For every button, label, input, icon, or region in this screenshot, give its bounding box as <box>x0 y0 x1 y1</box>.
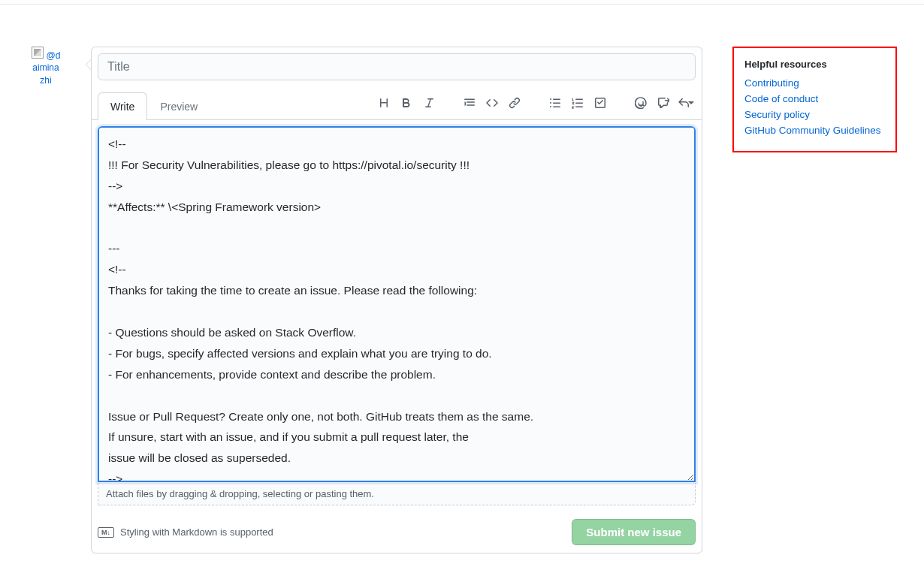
ordered-list-icon[interactable] <box>568 93 587 113</box>
bold-icon[interactable] <box>397 93 416 113</box>
markdown-hint[interactable]: M↓ Styling with Markdown is supported <box>98 526 273 538</box>
mention-icon[interactable] <box>631 93 651 113</box>
top-divider <box>0 4 924 5</box>
saved-reply-icon[interactable] <box>676 93 696 113</box>
link-security-policy[interactable]: Security policy <box>744 109 885 120</box>
submit-new-issue-button[interactable]: Submit new issue <box>572 519 696 545</box>
quote-icon[interactable] <box>460 93 479 113</box>
issue-form: Write Preview <box>91 47 702 553</box>
italic-icon[interactable] <box>419 93 439 113</box>
link-community-guidelines[interactable]: GitHub Community Guidelines <box>744 125 885 136</box>
markdown-icon: M↓ <box>98 527 114 538</box>
attach-hint[interactable]: Attach files by dragging & dropping, sel… <box>98 483 696 505</box>
code-icon[interactable] <box>482 93 502 113</box>
body-textarea[interactable] <box>98 126 696 482</box>
tab-preview[interactable]: Preview <box>147 92 210 120</box>
sidebar-title: Helpful resources <box>744 59 885 70</box>
markdown-hint-text: Styling with Markdown is supported <box>120 526 273 538</box>
editor-header: Write Preview <box>92 86 702 120</box>
avatar[interactable]: @daiminazhi <box>31 47 61 86</box>
link-icon[interactable] <box>505 93 524 113</box>
broken-image-icon <box>32 47 44 59</box>
tasklist-icon[interactable] <box>590 93 610 113</box>
unordered-list-icon[interactable] <box>545 93 565 113</box>
tab-write[interactable]: Write <box>98 92 147 120</box>
helpful-resources: Helpful resources Contributing Code of c… <box>732 47 897 152</box>
markdown-toolbar <box>374 93 696 113</box>
title-input[interactable] <box>98 53 696 80</box>
link-code-of-conduct[interactable]: Code of conduct <box>744 93 885 104</box>
heading-icon[interactable] <box>374 93 394 113</box>
link-contributing[interactable]: Contributing <box>744 77 885 89</box>
cross-reference-icon[interactable] <box>654 93 673 113</box>
